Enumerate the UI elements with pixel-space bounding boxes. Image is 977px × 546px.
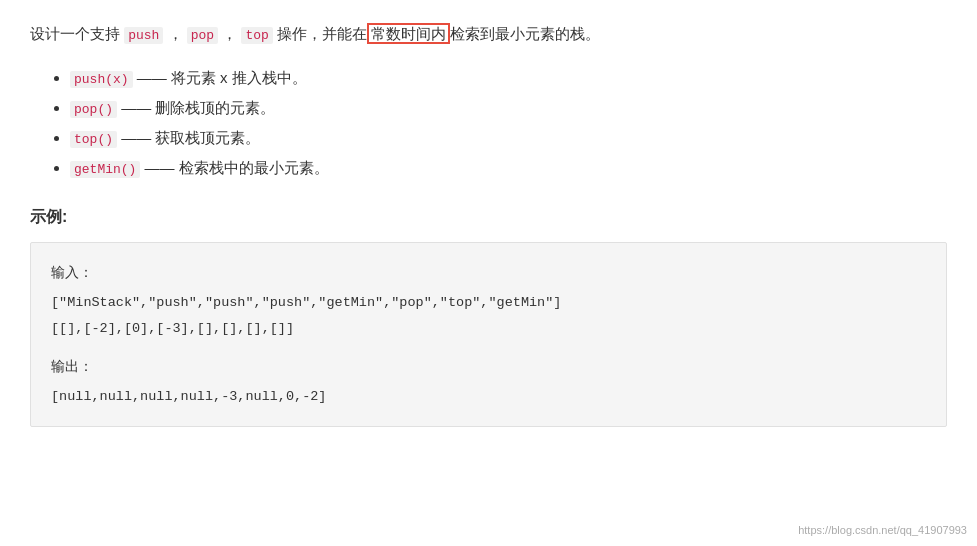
op-code: pop() xyxy=(70,101,117,118)
output-label: 输出： xyxy=(51,353,926,380)
desc-suffix: 检索到最小元素的栈。 xyxy=(450,25,600,42)
desc-prefix: 设计一个支持 xyxy=(30,25,124,42)
desc-op3: top xyxy=(241,27,272,44)
op-code: getMin() xyxy=(70,161,140,178)
watermark: https://blog.csdn.net/qq_41907993 xyxy=(798,524,967,536)
list-item: push(x) —— 将元素 x 推入栈中。 xyxy=(70,63,947,93)
input-label: 输入： xyxy=(51,259,926,286)
op-desc: —— 将元素 x 推入栈中。 xyxy=(137,69,307,86)
separator xyxy=(51,341,926,353)
input-line1: ["MinStack","push","push","push","getMin… xyxy=(51,290,926,316)
highlighted-text: 常数时间内 xyxy=(367,23,450,44)
desc-comma2: ， xyxy=(218,25,241,42)
input-line2: [[],[-2],[0],[-3],[],[],[],[]] xyxy=(51,316,926,342)
desc-op1: push xyxy=(124,27,163,44)
operations-list: push(x) —— 将元素 x 推入栈中。 pop() —— 删除栈顶的元素。… xyxy=(30,63,947,183)
op-desc: —— 删除栈顶的元素。 xyxy=(121,99,275,116)
list-item: top() —— 获取栈顶元素。 xyxy=(70,123,947,153)
description-line: 设计一个支持 push ， pop ， top 操作，并能在常数时间内检索到最小… xyxy=(30,20,947,47)
op-desc: —— 检索栈中的最小元素。 xyxy=(145,159,329,176)
desc-middle: 操作，并能在 xyxy=(273,25,367,42)
list-item: getMin() —— 检索栈中的最小元素。 xyxy=(70,153,947,183)
output-line1: [null,null,null,null,-3,null,0,-2] xyxy=(51,384,926,410)
desc-comma1: ， xyxy=(163,25,186,42)
op-desc: —— 获取栈顶元素。 xyxy=(121,129,260,146)
op-code: top() xyxy=(70,131,117,148)
desc-op2: pop xyxy=(187,27,218,44)
example-code-block: 输入： ["MinStack","push","push","push","ge… xyxy=(30,242,947,426)
list-item: pop() —— 删除栈顶的元素。 xyxy=(70,93,947,123)
op-code: push(x) xyxy=(70,71,133,88)
example-section-title: 示例: xyxy=(30,207,947,228)
